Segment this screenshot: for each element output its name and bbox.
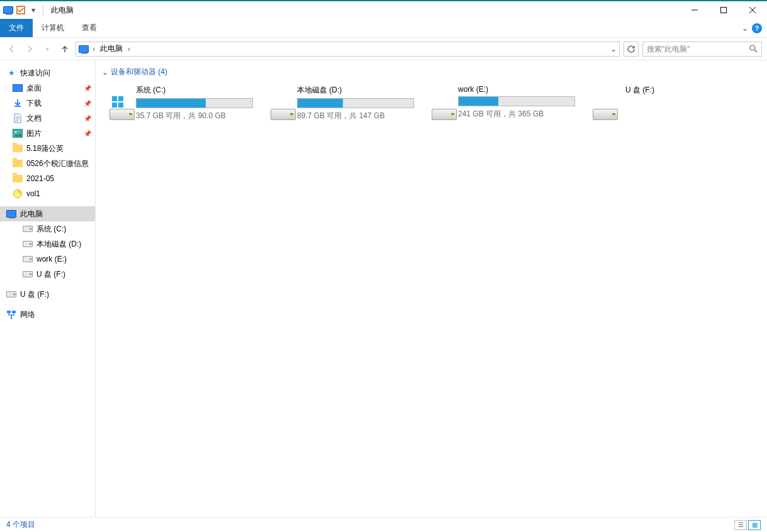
download-icon (13, 98, 23, 108)
navigation-tree: ★ 快速访问 桌面 📌 下载 📌 文档 📌 图片 📌 5.18蒲公英 0526个… (0, 60, 96, 517)
tree-pinned-item[interactable]: 桌面 📌 (0, 80, 95, 96)
title-bar: ▾ 此电脑 (0, 1, 767, 19)
search-icon[interactable] (749, 45, 758, 53)
qat-dropdown-icon[interactable]: ▾ (28, 4, 39, 16)
drive-tile[interactable]: work (E:) 241 GB 可用，共 365 GB (430, 84, 575, 121)
help-icon[interactable]: ? (752, 23, 762, 33)
network-icon (6, 309, 16, 319)
tree-item-label: 下载 (26, 98, 42, 109)
tree-this-pc[interactable]: 此电脑 (0, 206, 95, 221)
tree-item-label: 2021-05 (26, 174, 54, 183)
svg-rect-5 (7, 311, 11, 313)
capacity-bar (136, 98, 253, 108)
ribbon-tab-computer[interactable]: 计算机 (33, 19, 73, 37)
up-button[interactable] (58, 42, 72, 56)
tree-removable[interactable]: U 盘 (F:) (0, 287, 95, 302)
capacity-bar (458, 96, 575, 106)
svg-rect-1 (721, 8, 727, 13)
breadcrumb-root[interactable]: 此电脑 (99, 43, 124, 54)
windows-logo-icon (112, 96, 123, 108)
tree-pinned-item[interactable]: 文档 📌 (0, 111, 95, 126)
drive-name: U 盘 (F:) (625, 84, 736, 96)
view-details-button[interactable]: ☰ (734, 520, 747, 530)
maximize-button[interactable] (709, 1, 738, 19)
search-input[interactable] (647, 45, 749, 53)
forward-button[interactable] (23, 42, 36, 56)
tree-recent-item[interactable]: vol1 (0, 186, 95, 201)
tree-recent-item[interactable]: 2021-05 (0, 171, 95, 186)
drive-tile[interactable]: 系统 (C:) 35.7 GB 可用，共 90.0 GB (108, 84, 253, 121)
drive-icon (108, 95, 130, 120)
svg-point-2 (750, 45, 755, 50)
close-button[interactable] (738, 1, 767, 19)
drive-name: 系统 (C:) (136, 84, 253, 96)
drive-tile[interactable]: U 盘 (F:) (591, 84, 736, 121)
tree-drive-item[interactable]: work (E:) (0, 252, 95, 267)
tree-drive-item[interactable]: 本地磁盘 (D:) (0, 236, 95, 252)
svg-rect-6 (12, 311, 16, 313)
pc-icon (6, 209, 16, 219)
group-header[interactable]: ⌄ 设备和驱动器 (4) (99, 67, 763, 77)
status-bar: 4 个项目 ☰ ▦ (0, 517, 767, 532)
content-pane[interactable]: ⌄ 设备和驱动器 (4) 系统 (C:) 35.7 GB 可用，共 90.0 G… (96, 60, 767, 517)
view-tiles-button[interactable]: ▦ (748, 520, 761, 530)
app-icon (3, 4, 14, 16)
drive-icon (591, 95, 619, 120)
group-title: 设备和驱动器 (4) (111, 67, 167, 77)
capacity-bar (297, 98, 414, 108)
address-bar[interactable]: › 此电脑 › ⌄ (76, 42, 620, 57)
tree-drive-item[interactable]: U 盘 (F:) (0, 267, 95, 282)
star-icon: ★ (6, 68, 16, 78)
pin-icon: 📌 (84, 115, 91, 122)
drive-icon (23, 254, 33, 264)
drive-icon (269, 95, 291, 120)
refresh-button[interactable] (624, 42, 639, 57)
desktop-icon (13, 83, 23, 93)
svg-point-7 (11, 318, 13, 319)
tree-item-label: U 盘 (F:) (36, 269, 65, 280)
tree-item-label: work (E:) (36, 255, 67, 263)
tree-pinned-item[interactable]: 下载 📌 (0, 96, 95, 111)
recent-locations-button[interactable]: ▾ (40, 42, 54, 56)
window-title: 此电脑 (51, 5, 74, 16)
tree-pinned-item[interactable]: 图片 📌 (0, 126, 95, 141)
tree-recent-item[interactable]: 0526个税汇缴信息 (0, 156, 95, 171)
drive-stats: 35.7 GB 可用，共 90.0 GB (136, 111, 253, 121)
ribbon-tab-view[interactable]: 查看 (73, 19, 106, 37)
chevron-right-icon[interactable]: › (92, 45, 95, 53)
tree-item-label: vol1 (26, 189, 40, 198)
minimize-button[interactable] (680, 1, 709, 19)
folder-icon (13, 160, 23, 167)
address-dropdown-icon[interactable]: ⌄ (610, 45, 617, 53)
drive-name: work (E:) (458, 84, 575, 94)
tree-item-label: 5.18蒲公英 (26, 143, 64, 154)
svg-point-4 (15, 131, 17, 133)
tree-item-label: 0526个税汇缴信息 (26, 158, 89, 169)
chevron-right-icon[interactable]: › (128, 45, 130, 53)
tree-network[interactable]: 网络 (0, 307, 95, 322)
folder-icon (13, 175, 23, 182)
drive-icon (23, 239, 33, 249)
tree-recent-item[interactable]: 5.18蒲公英 (0, 141, 95, 156)
address-bar-icon (79, 44, 89, 54)
search-box[interactable] (642, 42, 762, 57)
qat-properties-icon[interactable] (15, 4, 26, 16)
ribbon-expand-icon[interactable]: ⌄ (742, 24, 748, 33)
ribbon-tab-file[interactable]: 文件 (0, 19, 33, 37)
separator (43, 5, 43, 15)
pin-icon: 📌 (84, 85, 91, 92)
document-icon (13, 113, 23, 123)
tree-quick-access[interactable]: ★ 快速访问 (0, 65, 95, 80)
drive-icon (430, 95, 452, 120)
disk-icon (13, 189, 22, 198)
back-button[interactable] (5, 42, 19, 56)
ribbon: 文件 计算机 查看 ⌄ ? (0, 19, 767, 38)
drive-tile[interactable]: 本地磁盘 (D:) 89.7 GB 可用，共 147 GB (269, 84, 414, 121)
pin-icon: 📌 (84, 100, 91, 107)
tree-item-label: 系统 (C:) (36, 224, 66, 235)
picture-icon (13, 128, 23, 138)
tree-drive-item[interactable]: 系统 (C:) (0, 221, 95, 236)
tree-item-label: 文档 (26, 113, 42, 124)
drive-icon (23, 224, 33, 234)
chevron-down-icon[interactable]: ⌄ (102, 68, 108, 77)
